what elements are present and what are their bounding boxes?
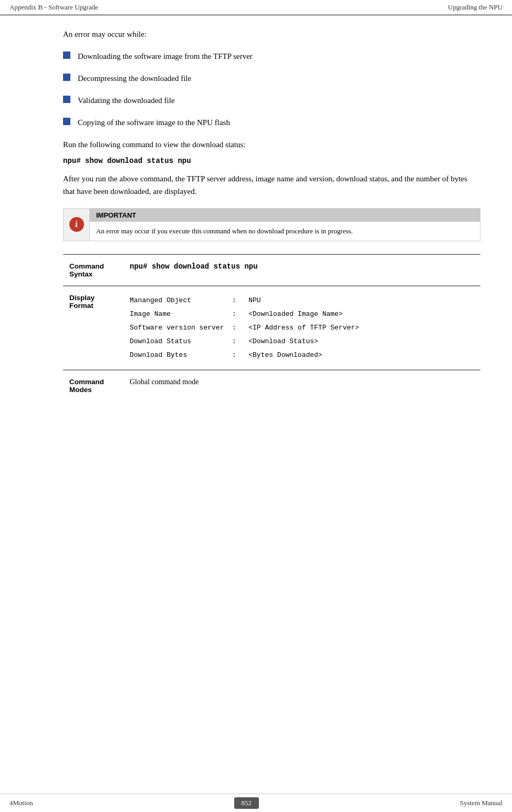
command-modes-label: CommandModes — [63, 370, 123, 401]
important-box: i IMPORTANT An error may occur if you ex… — [63, 208, 480, 241]
display-line-5: Download Bytes : <Bytes Downloaded> — [130, 348, 474, 362]
display-line-3: Software version server : <IP Address of… — [130, 321, 474, 335]
bullet-text-3: Validating the downloaded file — [78, 94, 175, 107]
after-text: After you run the above command, the TFT… — [63, 172, 480, 198]
main-content: An error may occur while: Downloading th… — [0, 15, 512, 433]
run-text: Run the following command to view the do… — [63, 138, 480, 151]
display-format-lines: Mananged Object : NPU Image Name : <Down… — [130, 294, 474, 362]
command-bold-line: npu# show download status npu — [63, 156, 480, 165]
important-icon-col: i — [64, 209, 90, 241]
display-line-2: Image Name : <Downloaded Image Name> — [130, 307, 474, 321]
bullet-icon — [63, 52, 70, 59]
command-syntax-value: npu# show download status npu — [123, 254, 480, 286]
command-modes-value: Global command mode — [123, 370, 480, 401]
list-item: Decompressing the downloaded file — [63, 72, 480, 85]
list-item: Validating the downloaded file — [63, 94, 480, 107]
display-line-4: Download Status : <Download Status> — [130, 335, 474, 348]
bullet-icon — [63, 96, 70, 103]
footer-right: System Manual — [460, 799, 503, 807]
bullet-icon — [63, 118, 70, 125]
command-syntax-code: npu# show download status npu — [130, 262, 258, 271]
page-header: Appendix B - Software Upgrade Upgrading … — [0, 0, 512, 15]
list-item: Downloading the software image from the … — [63, 50, 480, 63]
important-body: An error may occur if you execute this c… — [90, 222, 480, 241]
display-format-label: DisplayFormat — [63, 286, 123, 370]
display-line-1: Mananged Object : NPU — [130, 294, 474, 307]
bullet-text-2: Decompressing the downloaded file — [78, 72, 191, 85]
command-syntax-row: CommandSyntax npu# show download status … — [63, 254, 480, 286]
page-footer: 4Motion 852 System Manual — [0, 794, 512, 812]
important-icon: i — [69, 217, 84, 232]
display-format-row: DisplayFormat Mananged Object : NPU Imag… — [63, 286, 480, 370]
bullet-icon — [63, 74, 70, 81]
intro-paragraph: An error may occur while: — [63, 28, 480, 40]
section-table: CommandSyntax npu# show download status … — [63, 254, 480, 401]
important-content: IMPORTANT An error may occur if you exec… — [90, 209, 480, 241]
bullet-text-1: Downloading the software image from the … — [78, 50, 253, 63]
important-header: IMPORTANT — [90, 209, 480, 222]
header-right: Upgrading the NPU — [448, 3, 503, 12]
page-number: 852 — [234, 797, 259, 809]
bullet-text-4: Copying of the software image to the NPU… — [78, 116, 230, 129]
list-item: Copying of the software image to the NPU… — [63, 116, 480, 129]
display-format-value: Mananged Object : NPU Image Name : <Down… — [123, 286, 480, 370]
header-left: Appendix B - Software Upgrade — [9, 3, 98, 12]
bullet-list: Downloading the software image from the … — [63, 50, 480, 129]
command-bold-text: npu# show download status npu — [63, 157, 191, 165]
footer-left: 4Motion — [9, 799, 33, 807]
command-syntax-label: CommandSyntax — [63, 254, 123, 286]
command-modes-row: CommandModes Global command mode — [63, 370, 480, 401]
